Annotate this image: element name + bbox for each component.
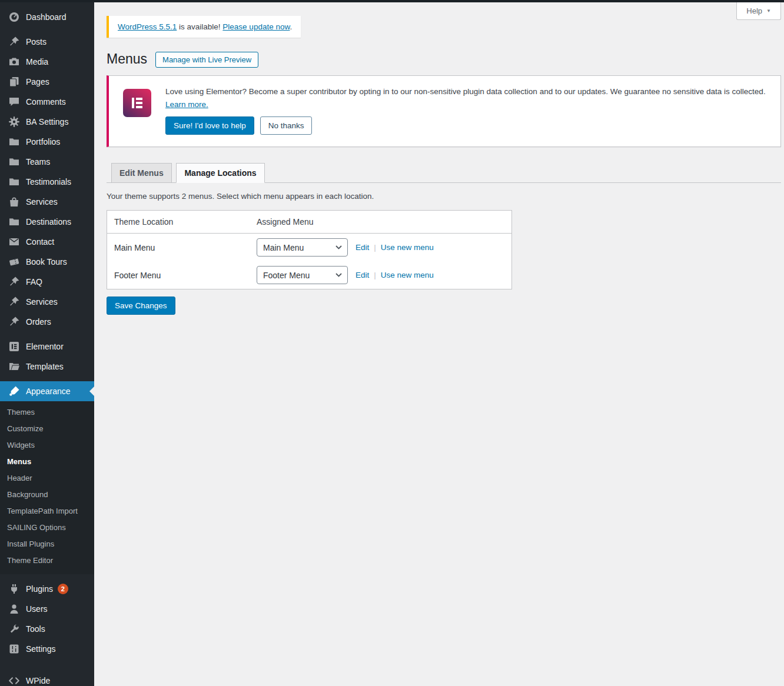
sidebar-separator	[0, 27, 94, 32]
chevron-down-icon: ▼	[766, 8, 771, 14]
theme-location-label: Main Menu	[114, 243, 257, 252]
sidebar-item-label: Destinations	[26, 217, 71, 227]
sidebar-item-testimonials[interactable]: Testimonials	[0, 172, 94, 192]
camera-icon	[8, 56, 20, 68]
sidebar-separator	[0, 377, 94, 381]
current-menu-arrow	[89, 387, 94, 396]
help-menu-toggle[interactable]: Help ▼	[736, 2, 781, 20]
sidebar-item-destinations[interactable]: Destinations	[0, 212, 94, 232]
column-header-assigned-menu: Assigned Menu	[257, 217, 314, 227]
elementor-notice-buttons: Sure! I'd love to help No thanks	[165, 116, 766, 135]
tab-edit-menus[interactable]: Edit Menus	[111, 163, 172, 183]
submenu-item-menus[interactable]: Menus	[0, 454, 94, 470]
sidebar-item-teams[interactable]: Teams	[0, 152, 94, 172]
pushpin-icon	[8, 316, 20, 328]
submenu-item-install-plugins[interactable]: Install Plugins	[0, 536, 94, 552]
sidebar-item-label: Elementor	[26, 342, 64, 351]
sidebar-item-label: WPide	[26, 676, 50, 685]
edit-menu-link[interactable]: Edit	[356, 243, 369, 252]
elementor-accept-button[interactable]: Sure! I'd love to help	[165, 116, 254, 135]
sidebar-item-label: Posts	[26, 37, 46, 46]
admin-sidebar: DashboardPostsMediaPagesCommentsBA Setti…	[0, 0, 94, 686]
elementor-logo-icon	[123, 89, 151, 117]
sidebar-item-pages[interactable]: Pages	[0, 72, 94, 92]
code-icon	[8, 675, 20, 686]
sidebar-item-comments[interactable]: Comments	[0, 92, 94, 112]
submenu-item-header[interactable]: Header	[0, 470, 94, 487]
submenu-item-customize[interactable]: Customize	[0, 421, 94, 437]
sidebar-item-dashboard[interactable]: Dashboard	[0, 7, 94, 27]
sidebar-item-media[interactable]: Media	[0, 52, 94, 72]
sidebar-item-label: Testimonials	[26, 177, 71, 187]
assigned-menu-select[interactable]: Main Menu	[257, 238, 348, 257]
table-body: Main MenuMain MenuEdit|Use new menuFoote…	[107, 234, 511, 289]
assigned-menu-select[interactable]: Footer Menu	[257, 266, 348, 284]
sidebar-item-contact[interactable]: Contact	[0, 232, 94, 252]
elementor-notice: Love using Elementor? Become a super con…	[107, 75, 781, 147]
sidebar-item-label: Plugins	[26, 584, 53, 594]
folder-icon	[8, 176, 20, 188]
wordpress-update-nag: WordPress 5.5.1 is available! Please upd…	[107, 16, 301, 38]
wordpress-version-link[interactable]: WordPress 5.5.1	[118, 22, 177, 31]
select-chevron-icon	[335, 273, 342, 277]
submenu-item-sailing-options[interactable]: SAILING Options	[0, 520, 94, 536]
sidebar-item-wpide[interactable]: WPide	[0, 671, 94, 686]
sidebar-item-appearance[interactable]: Appearance	[0, 381, 94, 401]
sidebar-separator	[0, 332, 94, 337]
sidebar-item-portfolios[interactable]: Portfolios	[0, 132, 94, 152]
sidebar-item-label: Users	[26, 604, 48, 614]
sidebar-separator	[0, 574, 94, 579]
sidebar-separator	[0, 659, 94, 671]
sidebar-item-posts[interactable]: Posts	[0, 32, 94, 52]
use-new-menu-link[interactable]: Use new menu	[381, 243, 434, 252]
sidebar-item-label: BA Settings	[26, 117, 68, 126]
sidebar-item-templates[interactable]: Templates	[0, 357, 94, 377]
sidebar-item-book-tours[interactable]: Book Tours	[0, 252, 94, 272]
wrench-icon	[8, 623, 20, 635]
submenu-item-templatepath-import[interactable]: TemplatePath Import	[0, 503, 94, 520]
sidebar-item-plugins[interactable]: Plugins2	[0, 579, 94, 599]
sidebar-item-elementor[interactable]: Elementor	[0, 337, 94, 357]
sidebar-item-services[interactable]: Services	[0, 292, 94, 312]
sidebar-item-users[interactable]: Users	[0, 599, 94, 619]
selected-menu-value: Footer Menu	[263, 271, 310, 280]
menu-locations-table: Theme Location Assigned Menu Main MenuMa…	[107, 210, 512, 289]
paintbrush-icon	[8, 385, 20, 397]
dashboard-icon	[8, 11, 20, 23]
elementor-decline-button[interactable]: No thanks	[260, 116, 313, 135]
pushpin-icon	[8, 296, 20, 308]
sidebar-item-services[interactable]: Services	[0, 192, 94, 212]
sidebar-item-label: Settings	[26, 644, 56, 654]
sidebar-item-label: Teams	[26, 157, 50, 166]
submenu-item-themes[interactable]: Themes	[0, 404, 94, 421]
admin-bar-remnant	[0, 0, 784, 2]
edit-menu-link[interactable]: Edit	[356, 271, 369, 279]
use-new-menu-link[interactable]: Use new menu	[381, 271, 434, 279]
sidebar-item-label: Templates	[26, 362, 64, 371]
tab-manage-locations[interactable]: Manage Locations	[176, 163, 264, 183]
sidebar-item-orders[interactable]: Orders	[0, 312, 94, 332]
sidebar-item-settings[interactable]: Settings	[0, 639, 94, 659]
update-now-link[interactable]: Please update now	[222, 22, 290, 31]
page-header: Menus Manage with Live Preview	[107, 51, 781, 68]
plug-icon	[8, 583, 20, 595]
link-separator: |	[374, 271, 376, 279]
locations-description: Your theme supports 2 menus. Select whic…	[107, 192, 781, 201]
column-header-theme-location: Theme Location	[114, 217, 257, 227]
update-nag-text: is available!	[177, 22, 222, 31]
user-icon	[8, 603, 20, 615]
sidebar-item-faq[interactable]: FAQ	[0, 272, 94, 292]
sidebar-item-ba-settings[interactable]: BA Settings	[0, 112, 94, 132]
sidebar-item-label: Portfolios	[26, 137, 60, 146]
submenu-item-widgets[interactable]: Widgets	[0, 437, 94, 454]
manage-with-live-preview-button[interactable]: Manage with Live Preview	[155, 52, 258, 68]
bag-icon	[8, 196, 20, 208]
page-title: Menus	[107, 51, 147, 68]
learn-more-link[interactable]: Learn more.	[165, 100, 208, 109]
submenu-item-theme-editor[interactable]: Theme Editor	[0, 552, 94, 569]
update-nag-period: .	[290, 22, 292, 31]
submenu-item-background[interactable]: Background	[0, 487, 94, 503]
sidebar-item-tools[interactable]: Tools	[0, 619, 94, 639]
save-changes-button[interactable]: Save Changes	[107, 297, 175, 315]
sidebar-item-label: Appearance	[26, 387, 71, 396]
